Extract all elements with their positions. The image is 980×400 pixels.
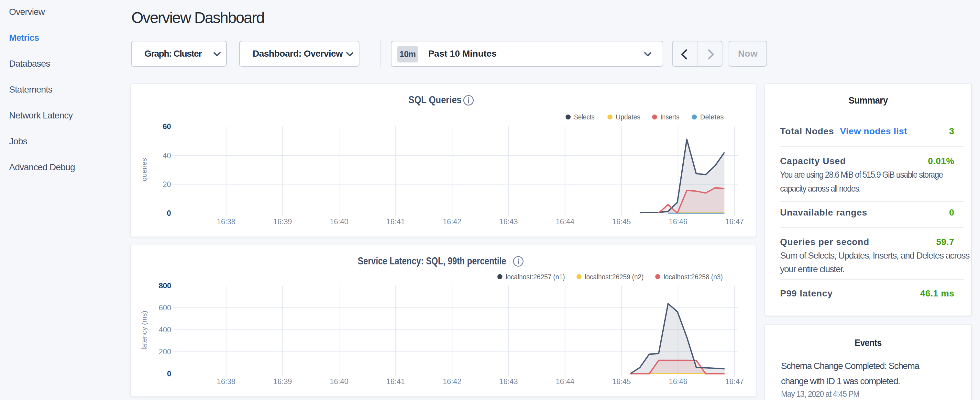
svg-text:16:42: 16:42: [443, 377, 462, 386]
svg-text:16:40: 16:40: [330, 377, 348, 386]
svg-text:40: 40: [163, 151, 171, 160]
svg-text:16:39: 16:39: [274, 377, 292, 386]
svg-text:16:47: 16:47: [725, 377, 744, 386]
svg-text:16:46: 16:46: [669, 217, 687, 226]
svg-text:16:43: 16:43: [499, 217, 518, 226]
svg-text:16:47: 16:47: [725, 217, 744, 226]
svg-text:16:38: 16:38: [217, 217, 235, 226]
svg-text:400: 400: [159, 325, 171, 334]
svg-text:SQL Queries: SQL Queries: [409, 94, 462, 105]
svg-text:Deletes: Deletes: [700, 113, 724, 121]
svg-text:60: 60: [163, 122, 171, 131]
svg-text:20: 20: [163, 180, 171, 189]
svg-text:16:39: 16:39: [274, 217, 292, 226]
svg-text:Updates: Updates: [616, 113, 640, 121]
svg-text:Inserts: Inserts: [660, 113, 679, 121]
svg-text:800: 800: [159, 282, 171, 290]
svg-text:0: 0: [167, 209, 171, 217]
svg-text:16:46: 16:46: [669, 377, 687, 386]
svg-text:600: 600: [159, 304, 171, 312]
svg-text:16:43: 16:43: [499, 377, 518, 386]
svg-text:16:41: 16:41: [386, 377, 405, 386]
svg-text:16:42: 16:42: [443, 217, 462, 226]
svg-text:queries: queries: [140, 158, 148, 181]
svg-text:0: 0: [167, 370, 171, 378]
svg-text:16:40: 16:40: [330, 217, 348, 226]
svg-text:16:38: 16:38: [217, 377, 235, 386]
svg-text:Selects: Selects: [574, 113, 595, 121]
svg-text:localhost:26257 (n1): localhost:26257 (n1): [506, 273, 565, 281]
svg-text:localhost:26259 (n2): localhost:26259 (n2): [585, 273, 644, 281]
svg-text:16:45: 16:45: [612, 377, 631, 386]
svg-text:16:44: 16:44: [556, 377, 574, 386]
svg-text:16:44: 16:44: [556, 217, 574, 226]
svg-text:16:41: 16:41: [386, 217, 405, 226]
svg-text:latency (ms): latency (ms): [140, 311, 148, 349]
svg-text:Service Latency: SQL, 99th per: Service Latency: SQL, 99th percentile: [358, 255, 506, 267]
svg-text:localhost:26258 (n3): localhost:26258 (n3): [663, 273, 723, 281]
svg-text:16:45: 16:45: [612, 217, 631, 226]
svg-text:200: 200: [159, 347, 171, 356]
